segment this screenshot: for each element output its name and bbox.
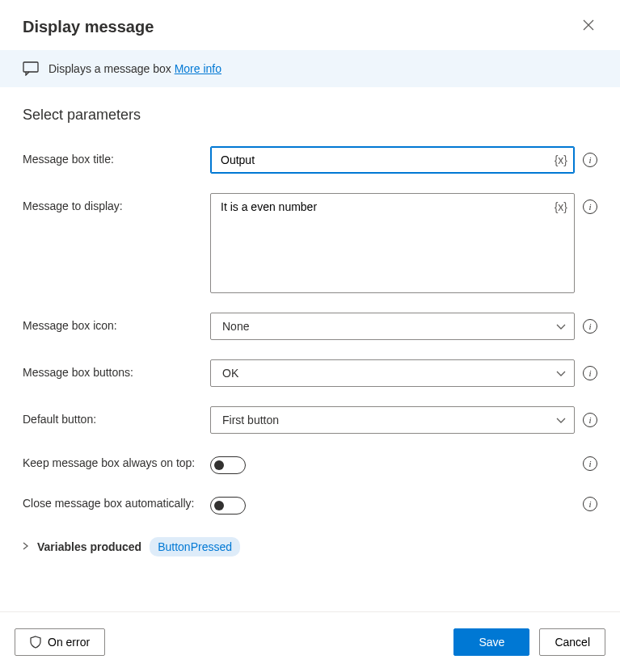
- variable-badge[interactable]: ButtonPressed: [150, 537, 240, 556]
- auto-close-toggle[interactable]: [210, 497, 246, 514]
- chevron-down-icon: [556, 320, 566, 333]
- variables-produced-label[interactable]: Variables produced: [37, 540, 141, 553]
- title-input-wrapper: {x}: [210, 146, 575, 174]
- buttons-label: Message box buttons:: [23, 359, 210, 379]
- always-on-top-toggle[interactable]: [210, 456, 246, 474]
- section-title: Select parameters: [23, 107, 597, 124]
- icon-select[interactable]: None: [210, 313, 575, 340]
- message-textarea[interactable]: [221, 200, 555, 286]
- on-error-button[interactable]: On error: [15, 628, 105, 656]
- info-icon[interactable]: i: [583, 200, 597, 214]
- cancel-button[interactable]: Cancel: [539, 628, 605, 656]
- info-icon[interactable]: i: [583, 319, 597, 334]
- info-banner: Displays a message box More info: [0, 50, 620, 87]
- info-icon[interactable]: i: [583, 153, 597, 167]
- title-label: Message box title:: [23, 146, 210, 166]
- variables-produced-row: Variables produced ButtonPressed: [23, 534, 597, 560]
- info-icon[interactable]: i: [583, 497, 597, 511]
- insert-variable-button[interactable]: {x}: [555, 200, 567, 213]
- banner-text: Displays a message box More info: [49, 62, 221, 75]
- info-icon[interactable]: i: [583, 413, 597, 427]
- svg-rect-0: [23, 62, 38, 72]
- auto-close-label: Close message box automatically:: [23, 494, 210, 510]
- shield-icon: [30, 636, 41, 649]
- always-on-top-label: Keep message box always on top:: [23, 453, 210, 469]
- default-button-select[interactable]: First button: [210, 406, 575, 434]
- save-button[interactable]: Save: [453, 628, 529, 656]
- close-button[interactable]: [580, 16, 597, 37]
- page-title: Display message: [23, 18, 154, 36]
- chevron-right-icon[interactable]: [23, 541, 29, 552]
- close-icon: [583, 19, 594, 31]
- default-button-select-value: First button: [222, 414, 279, 426]
- chevron-down-icon: [556, 414, 566, 426]
- info-icon[interactable]: i: [583, 456, 597, 471]
- message-box-icon: [23, 61, 39, 76]
- title-input[interactable]: [221, 153, 555, 166]
- icon-select-value: None: [222, 320, 249, 333]
- chevron-down-icon: [556, 367, 566, 380]
- insert-variable-button[interactable]: {x}: [555, 153, 567, 166]
- buttons-select-value: OK: [222, 367, 238, 380]
- info-icon[interactable]: i: [583, 366, 597, 380]
- icon-label: Message box icon:: [23, 313, 210, 332]
- default-button-label: Default button:: [23, 406, 210, 426]
- message-input-wrapper: {x}: [210, 193, 575, 293]
- more-info-link[interactable]: More info: [175, 62, 221, 75]
- buttons-select[interactable]: OK: [210, 359, 575, 387]
- message-label: Message to display:: [23, 193, 210, 212]
